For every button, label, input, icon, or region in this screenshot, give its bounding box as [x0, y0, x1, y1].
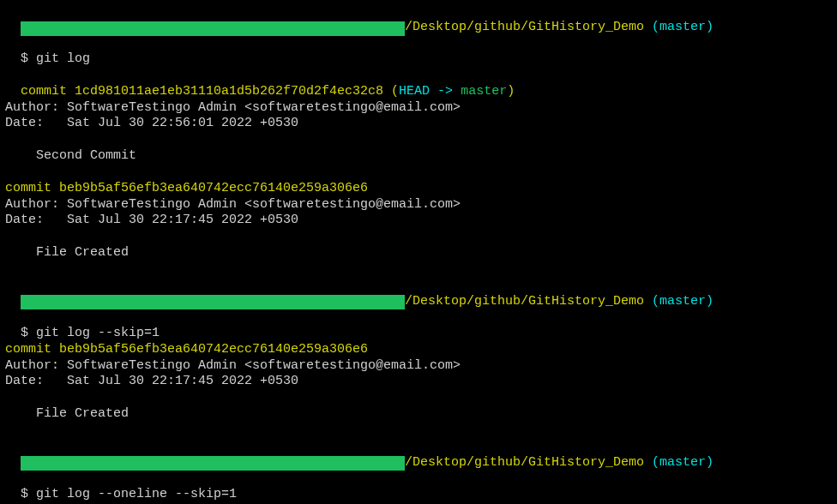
- commit-message: File Created: [5, 406, 832, 423]
- author-line: Author: SoftwareTestingo Admin <software…: [5, 100, 832, 117]
- command-line-2[interactable]: $ git log --skip=1: [5, 309, 832, 342]
- cwd-path: /Desktop/github/GitHistory_Demo: [405, 294, 644, 309]
- command-line-1[interactable]: $ git log: [5, 36, 832, 69]
- date-line: Date: Sat Jul 30 22:17:45 2022 +0530: [5, 213, 832, 229]
- blank-line: [5, 423, 832, 439]
- command-text: git log --skip=1: [36, 326, 160, 340]
- commit-message: Second Commit: [5, 148, 832, 165]
- commit-hash-line: commit beb9b5af56efb3ea640742ecc76140e25…: [5, 181, 832, 197]
- blank-line: [5, 132, 832, 148]
- command-line-3[interactable]: $ git log --oneline --skip=1: [5, 471, 832, 503]
- command-text: git log: [36, 51, 90, 66]
- branch-indicator: (master): [652, 20, 714, 34]
- blank-line: [5, 261, 832, 278]
- refs-open: (: [383, 84, 399, 99]
- prompt-dollar: $: [21, 326, 28, 340]
- blank-line: [5, 165, 832, 181]
- user-host-block: [21, 456, 405, 471]
- user-host-block: [21, 295, 405, 309]
- branch-ref: master: [461, 84, 507, 99]
- prompt-dollar: $: [21, 487, 28, 501]
- head-ref: HEAD ->: [399, 84, 461, 99]
- prompt-line-3: /Desktop/github/GitHistory_Demo (master): [5, 439, 832, 471]
- branch-indicator: (master): [652, 294, 714, 309]
- blank-line: [5, 229, 832, 245]
- date-line: Date: Sat Jul 30 22:56:01 2022 +0530: [5, 116, 832, 132]
- branch-indicator: (master): [652, 455, 714, 470]
- author-line: Author: SoftwareTestingo Admin <software…: [5, 358, 832, 375]
- cwd-path: /Desktop/github/GitHistory_Demo: [405, 20, 644, 34]
- prompt-line-2: /Desktop/github/GitHistory_Demo (master): [5, 278, 832, 310]
- commit-message: File Created: [5, 245, 832, 261]
- user-host-block: [21, 21, 405, 36]
- cwd-path: /Desktop/github/GitHistory_Demo: [405, 455, 644, 470]
- refs-close: ): [507, 84, 515, 99]
- prompt-dollar: $: [21, 51, 28, 66]
- commit-hash-line: commit 1cd981011ae1eb31110a1d5b262f70d2f…: [5, 68, 832, 100]
- command-text: git log --oneline --skip=1: [36, 487, 237, 501]
- commit-hash: commit 1cd981011ae1eb31110a1d5b262f70d2f…: [21, 84, 383, 99]
- prompt-line-1: /Desktop/github/GitHistory_Demo (master): [5, 3, 832, 36]
- commit-hash-line: commit beb9b5af56efb3ea640742ecc76140e25…: [5, 342, 832, 358]
- author-line: Author: SoftwareTestingo Admin <software…: [5, 197, 832, 213]
- blank-line: [5, 390, 832, 406]
- date-line: Date: Sat Jul 30 22:17:45 2022 +0530: [5, 374, 832, 390]
